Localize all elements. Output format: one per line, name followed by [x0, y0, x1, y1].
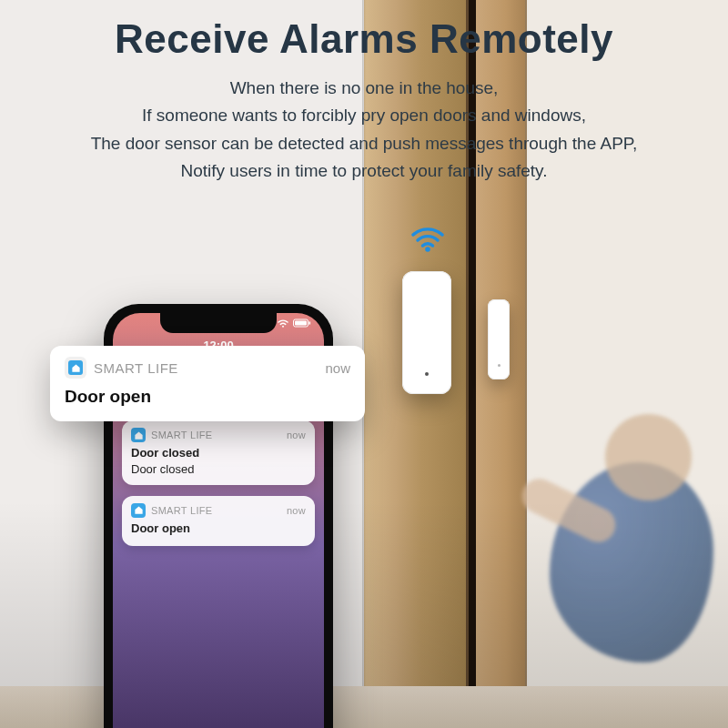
notification-text: Door closed	[131, 462, 306, 476]
desc-line: If someone wants to forcibly pry open do…	[0, 102, 728, 129]
desc-line: When there is no one in the house,	[0, 75, 728, 102]
heading-block: Receive Alarms Remotely When there is no…	[0, 16, 728, 186]
notification-text: Door open	[131, 521, 306, 537]
wifi-status-icon	[277, 318, 289, 328]
notification-app-name: SMART LIFE	[151, 430, 281, 440]
door-sensor-main	[402, 271, 451, 394]
desc-line: The door sensor can be detected and push…	[0, 130, 728, 157]
notification-card: SMART LIFE now Door open	[122, 496, 315, 546]
page-title: Receive Alarms Remotely	[0, 16, 728, 62]
smart-life-app-icon	[65, 357, 86, 379]
notification-text: Door closed	[131, 446, 306, 461]
battery-icon	[293, 318, 311, 328]
banner-message: Door open	[65, 387, 350, 407]
svg-point-0	[425, 247, 430, 252]
notification-banner: SMART LIFE now Door open	[50, 346, 365, 421]
desc-line: Notify users in time to protect your fam…	[0, 157, 728, 185]
svg-point-5	[282, 326, 284, 328]
notification-time: now	[287, 505, 306, 516]
person-silhouette-head	[605, 414, 692, 500]
smart-life-app-icon	[131, 503, 146, 518]
svg-rect-8	[309, 321, 311, 325]
smart-life-app-icon	[131, 428, 146, 442]
banner-time: now	[325, 360, 350, 376]
page-description: When there is no one in the house, If so…	[0, 75, 728, 186]
phone-notch	[160, 313, 277, 333]
banner-app-name: SMART LIFE	[94, 360, 318, 376]
svg-rect-7	[295, 321, 307, 326]
phone-notifications: SMART LIFE now Door closed Door closed S…	[122, 420, 315, 557]
notification-app-name: SMART LIFE	[151, 505, 281, 516]
wifi-icon	[408, 213, 448, 253]
door-sensor-magnet	[488, 299, 510, 379]
notification-card: SMART LIFE now Door closed Door closed	[122, 420, 315, 485]
notification-time: now	[287, 430, 306, 440]
